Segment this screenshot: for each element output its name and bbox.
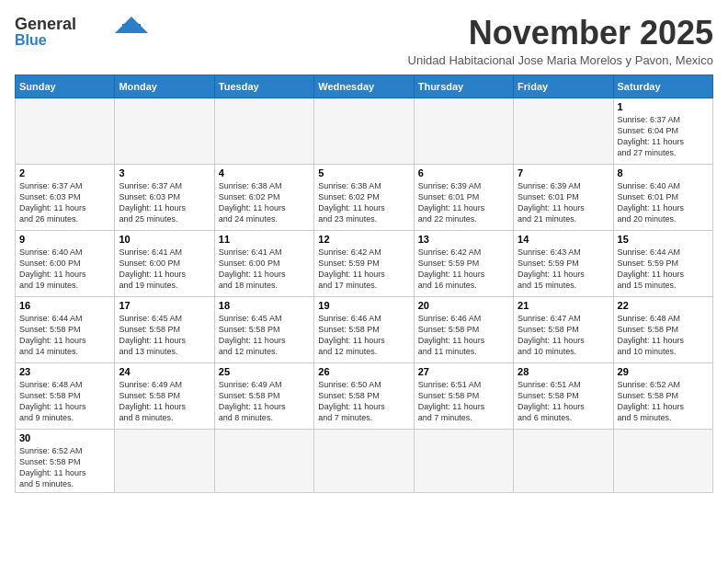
week-row-5: 30Sunrise: 6:52 AM Sunset: 5:58 PM Dayli… [16,429,713,493]
weekday-header-row: SundayMondayTuesdayWednesdayThursdayFrid… [16,75,713,98]
calendar-cell: 6Sunrise: 6:39 AM Sunset: 6:01 PM Daylig… [414,164,513,230]
day-info: Sunrise: 6:42 AM Sunset: 5:59 PM Dayligh… [418,247,509,292]
day-info: Sunrise: 6:49 AM Sunset: 5:58 PM Dayligh… [219,379,310,424]
day-info: Sunrise: 6:37 AM Sunset: 6:04 PM Dayligh… [618,114,709,159]
calendar-cell [115,429,214,493]
day-info: Sunrise: 6:50 AM Sunset: 5:58 PM Dayligh… [318,379,409,424]
day-number: 19 [318,300,409,311]
day-number: 28 [518,366,609,377]
day-info: Sunrise: 6:51 AM Sunset: 5:58 PM Dayligh… [518,379,609,424]
calendar-cell: 26Sunrise: 6:50 AM Sunset: 5:58 PM Dayli… [314,362,414,429]
calendar-cell [514,98,613,164]
calendar-cell: 4Sunrise: 6:38 AM Sunset: 6:02 PM Daylig… [214,164,313,230]
day-number: 4 [219,167,310,178]
day-info: Sunrise: 6:52 AM Sunset: 5:58 PM Dayligh… [19,445,110,490]
day-info: Sunrise: 6:51 AM Sunset: 5:58 PM Dayligh… [418,379,509,424]
day-number: 26 [318,366,409,377]
day-info: Sunrise: 6:42 AM Sunset: 5:59 PM Dayligh… [318,247,409,292]
day-number: 17 [119,300,210,311]
day-number: 15 [618,234,709,245]
day-info: Sunrise: 6:39 AM Sunset: 6:01 PM Dayligh… [418,180,509,225]
calendar-cell: 16Sunrise: 6:44 AM Sunset: 5:58 PM Dayli… [16,296,115,362]
calendar-cell: 14Sunrise: 6:43 AM Sunset: 5:59 PM Dayli… [514,230,613,296]
logo: General Blue [15,15,148,48]
day-info: Sunrise: 6:43 AM Sunset: 5:59 PM Dayligh… [518,247,609,292]
calendar-cell: 25Sunrise: 6:49 AM Sunset: 5:58 PM Dayli… [214,362,313,429]
calendar-cell: 28Sunrise: 6:51 AM Sunset: 5:58 PM Dayli… [514,362,613,429]
day-number: 12 [318,234,409,245]
logo-icon [115,17,148,33]
day-info: Sunrise: 6:38 AM Sunset: 6:02 PM Dayligh… [318,180,409,225]
day-info: Sunrise: 6:45 AM Sunset: 5:58 PM Dayligh… [119,313,210,358]
day-number: 5 [318,167,409,178]
month-title: November 2025 [408,15,713,52]
day-info: Sunrise: 6:48 AM Sunset: 5:58 PM Dayligh… [618,313,709,358]
day-number: 16 [19,300,110,311]
day-number: 3 [119,167,210,178]
calendar-cell: 21Sunrise: 6:47 AM Sunset: 5:58 PM Dayli… [514,296,613,362]
day-number: 6 [418,167,509,178]
day-number: 21 [518,300,609,311]
day-info: Sunrise: 6:41 AM Sunset: 6:00 PM Dayligh… [219,247,310,292]
title-area: November 2025 Unidad Habitacional Jose M… [408,15,713,67]
week-row-4: 23Sunrise: 6:48 AM Sunset: 5:58 PM Dayli… [16,362,713,429]
day-info: Sunrise: 6:45 AM Sunset: 5:58 PM Dayligh… [219,313,310,358]
calendar-cell [613,429,712,493]
day-number: 24 [119,366,210,377]
day-info: Sunrise: 6:47 AM Sunset: 5:58 PM Dayligh… [518,313,609,358]
svg-rect-1 [122,24,141,33]
calendar-cell: 29Sunrise: 6:52 AM Sunset: 5:58 PM Dayli… [613,362,712,429]
day-number: 20 [418,300,509,311]
calendar-cell: 13Sunrise: 6:42 AM Sunset: 5:59 PM Dayli… [414,230,513,296]
day-number: 10 [119,234,210,245]
weekday-sunday: Sunday [16,75,115,98]
logo-text: General [15,16,76,32]
day-info: Sunrise: 6:37 AM Sunset: 6:03 PM Dayligh… [19,180,110,225]
day-info: Sunrise: 6:46 AM Sunset: 5:58 PM Dayligh… [418,313,509,358]
calendar-cell: 11Sunrise: 6:41 AM Sunset: 6:00 PM Dayli… [214,230,313,296]
day-info: Sunrise: 6:48 AM Sunset: 5:58 PM Dayligh… [19,379,110,424]
calendar-cell [314,98,414,164]
subtitle: Unidad Habitacional Jose Maria Morelos y… [408,53,713,67]
calendar-cell [514,429,613,493]
header: General Blue November 2025 Unidad Habita… [15,15,713,67]
calendar-cell: 3Sunrise: 6:37 AM Sunset: 6:03 PM Daylig… [115,164,214,230]
day-number: 2 [19,167,110,178]
weekday-tuesday: Tuesday [214,75,313,98]
calendar-cell: 20Sunrise: 6:46 AM Sunset: 5:58 PM Dayli… [414,296,513,362]
calendar-cell [115,98,214,164]
day-info: Sunrise: 6:40 AM Sunset: 6:01 PM Dayligh… [618,180,709,225]
calendar-cell [214,429,313,493]
calendar-cell: 12Sunrise: 6:42 AM Sunset: 5:59 PM Dayli… [314,230,414,296]
day-number: 13 [418,234,509,245]
weekday-monday: Monday [115,75,214,98]
calendar-cell: 22Sunrise: 6:48 AM Sunset: 5:58 PM Dayli… [613,296,712,362]
day-info: Sunrise: 6:39 AM Sunset: 6:01 PM Dayligh… [518,180,609,225]
day-number: 29 [618,366,709,377]
calendar: SundayMondayTuesdayWednesdayThursdayFrid… [15,75,713,494]
calendar-cell: 9Sunrise: 6:40 AM Sunset: 6:00 PM Daylig… [16,230,115,296]
calendar-cell: 24Sunrise: 6:49 AM Sunset: 5:58 PM Dayli… [115,362,214,429]
week-row-2: 9Sunrise: 6:40 AM Sunset: 6:00 PM Daylig… [16,230,713,296]
calendar-cell: 8Sunrise: 6:40 AM Sunset: 6:01 PM Daylig… [613,164,712,230]
calendar-cell: 2Sunrise: 6:37 AM Sunset: 6:03 PM Daylig… [16,164,115,230]
day-number: 8 [618,167,709,178]
day-number: 30 [19,432,110,443]
weekday-saturday: Saturday [613,75,712,98]
day-info: Sunrise: 6:44 AM Sunset: 5:58 PM Dayligh… [19,313,110,358]
calendar-cell: 5Sunrise: 6:38 AM Sunset: 6:02 PM Daylig… [314,164,414,230]
day-info: Sunrise: 6:40 AM Sunset: 6:00 PM Dayligh… [19,247,110,292]
calendar-cell [414,429,513,493]
week-row-0: 1Sunrise: 6:37 AM Sunset: 6:04 PM Daylig… [16,98,713,164]
weekday-wednesday: Wednesday [314,75,414,98]
calendar-cell: 27Sunrise: 6:51 AM Sunset: 5:58 PM Dayli… [414,362,513,429]
calendar-cell: 17Sunrise: 6:45 AM Sunset: 5:58 PM Dayli… [115,296,214,362]
calendar-cell [16,98,115,164]
day-info: Sunrise: 6:37 AM Sunset: 6:03 PM Dayligh… [119,180,210,225]
calendar-cell: 18Sunrise: 6:45 AM Sunset: 5:58 PM Dayli… [214,296,313,362]
calendar-cell: 19Sunrise: 6:46 AM Sunset: 5:58 PM Dayli… [314,296,414,362]
calendar-cell: 1Sunrise: 6:37 AM Sunset: 6:04 PM Daylig… [613,98,712,164]
calendar-cell: 10Sunrise: 6:41 AM Sunset: 6:00 PM Dayli… [115,230,214,296]
day-info: Sunrise: 6:46 AM Sunset: 5:58 PM Dayligh… [318,313,409,358]
day-number: 14 [518,234,609,245]
